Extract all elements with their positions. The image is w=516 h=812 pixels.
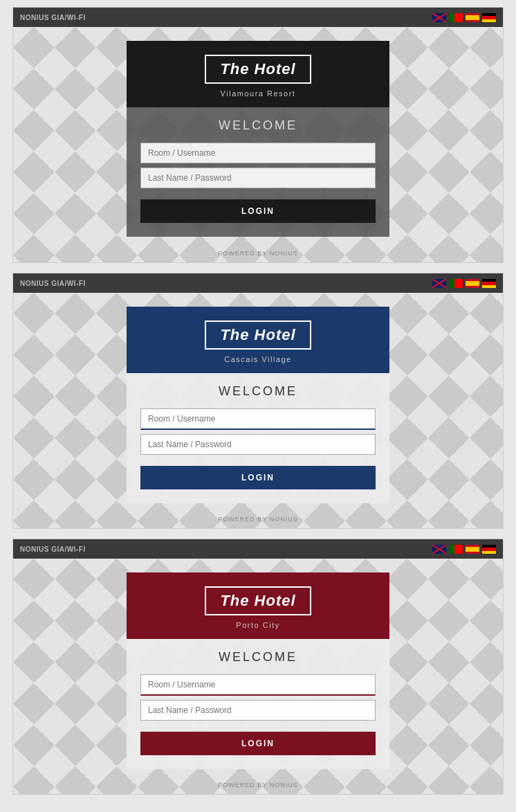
room-input-1[interactable]: [140, 143, 376, 163]
topbar-label-1: NONIUS GIA/WI-FI: [20, 14, 86, 21]
hotel-logo-box-2: The Hotel: [205, 321, 311, 350]
room-input-2[interactable]: [140, 408, 376, 430]
powered-footer-2: POWERED BY NONIUS: [13, 516, 503, 523]
topbar-label-3: NONIUS GIA/WI-FI: [20, 545, 86, 553]
screen-1: NONIUS GIA/WI-FI The Hotel Vilamoura Res…: [12, 7, 504, 263]
hotel-name-1: The Hotel: [220, 60, 295, 78]
flag-pt-2[interactable]: [449, 279, 463, 288]
form-block-1: WELCOME LOGIN: [127, 107, 389, 237]
flag-pt-1[interactable]: [449, 13, 463, 22]
welcome-text-1: WELCOME: [140, 118, 376, 133]
flag-group-3: [432, 545, 496, 554]
password-input-3[interactable]: [140, 700, 376, 721]
flag-es-3[interactable]: [466, 545, 479, 554]
flag-group-1: [432, 13, 496, 22]
welcome-text-3: WELCOME: [140, 650, 376, 665]
hotel-name-2: The Hotel: [220, 326, 295, 343]
flag-de-1[interactable]: [482, 13, 496, 22]
hotel-logo-box-1: The Hotel: [205, 55, 311, 84]
top-bar-2: NONIUS GIA/WI-FI: [13, 273, 503, 293]
hotel-logo-box-3: The Hotel: [205, 586, 311, 615]
login-button-3[interactable]: LOGIN: [140, 732, 376, 755]
powered-footer-3: POWERED BY NONIUS: [13, 782, 503, 788]
login-button-2[interactable]: LOGIN: [140, 466, 376, 489]
login-card-2: The Hotel Cascais Village WELCOME LOGIN: [127, 307, 389, 503]
flag-de-2[interactable]: [482, 279, 496, 288]
powered-footer-1: POWERED BY NONIUS: [13, 250, 503, 257]
flag-es-2[interactable]: [466, 279, 479, 288]
welcome-text-2: WELCOME: [140, 384, 376, 399]
top-bar-1: NONIUS GIA/WI-FI: [13, 8, 503, 27]
form-block-2: WELCOME LOGIN: [127, 373, 389, 503]
flag-pt-3[interactable]: [449, 545, 463, 554]
password-input-1[interactable]: [140, 168, 376, 188]
bg-area-3: The Hotel Porto City WELCOME LOGIN POWER…: [13, 559, 503, 794]
form-block-3: WELCOME LOGIN: [127, 639, 389, 769]
bg-area-1: The Hotel Vilamoura Resort WELCOME LOGIN…: [13, 27, 503, 262]
hotel-header-2: The Hotel Cascais Village: [127, 307, 389, 373]
flag-group-2: [432, 279, 496, 288]
flag-es-1[interactable]: [466, 13, 479, 22]
room-input-3[interactable]: [140, 674, 376, 696]
flag-uk-3[interactable]: [432, 545, 446, 554]
hotel-subtitle-3: Porto City: [236, 621, 279, 629]
hotel-subtitle-1: Vilamoura Resort: [221, 89, 296, 98]
hotel-header-1: The Hotel Vilamoura Resort: [127, 41, 389, 107]
screen-3: NONIUS GIA/WI-FI The Hotel Porto City WE…: [12, 539, 504, 795]
flag-uk-2[interactable]: [432, 279, 446, 288]
hotel-header-3: The Hotel Porto City: [127, 572, 389, 639]
screen-2: NONIUS GIA/WI-FI The Hotel Cascais Villa…: [12, 273, 504, 529]
login-card-1: The Hotel Vilamoura Resort WELCOME LOGIN: [127, 41, 389, 237]
flag-uk-1[interactable]: [432, 13, 446, 22]
login-card-3: The Hotel Porto City WELCOME LOGIN: [127, 572, 389, 769]
login-button-1[interactable]: LOGIN: [140, 199, 376, 223]
hotel-subtitle-2: Cascais Village: [224, 355, 292, 363]
bg-area-2: The Hotel Cascais Village WELCOME LOGIN …: [13, 293, 503, 528]
hotel-name-3: The Hotel: [220, 592, 295, 609]
top-bar-3: NONIUS GIA/WI-FI: [13, 539, 503, 559]
topbar-label-2: NONIUS GIA/WI-FI: [20, 280, 86, 287]
flag-de-3[interactable]: [482, 545, 496, 554]
password-input-2[interactable]: [140, 434, 376, 455]
